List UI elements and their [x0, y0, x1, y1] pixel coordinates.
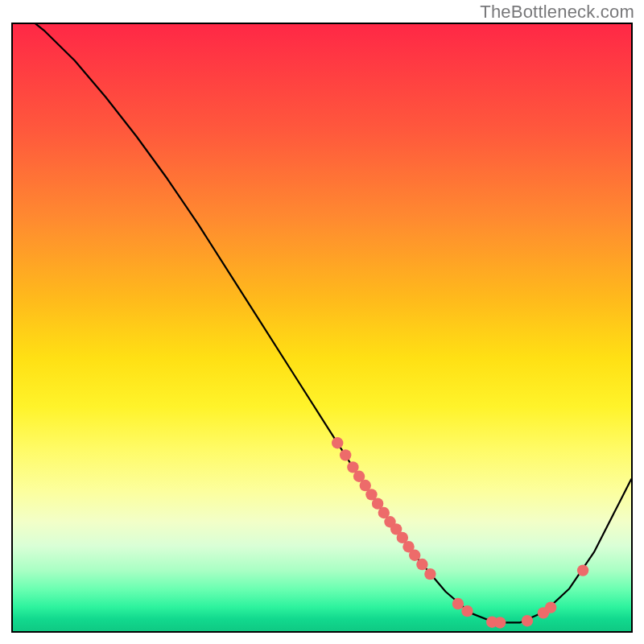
data-point	[424, 568, 436, 580]
watermark-text: TheBottleneck.com	[480, 2, 634, 23]
data-point	[494, 617, 506, 628]
data-point	[452, 598, 464, 609]
data-point	[340, 449, 351, 460]
chart-container: TheBottleneck.com	[0, 0, 644, 644]
data-point	[522, 615, 533, 626]
data-point	[409, 550, 420, 561]
data-point	[332, 437, 343, 448]
bottleneck-curve	[13, 24, 631, 622]
chart-svg	[13, 24, 631, 631]
data-point	[577, 564, 588, 576]
plot-area	[11, 23, 633, 633]
data-point	[416, 559, 427, 570]
data-points-group	[332, 437, 588, 629]
data-point	[461, 605, 473, 617]
data-point	[545, 601, 556, 613]
